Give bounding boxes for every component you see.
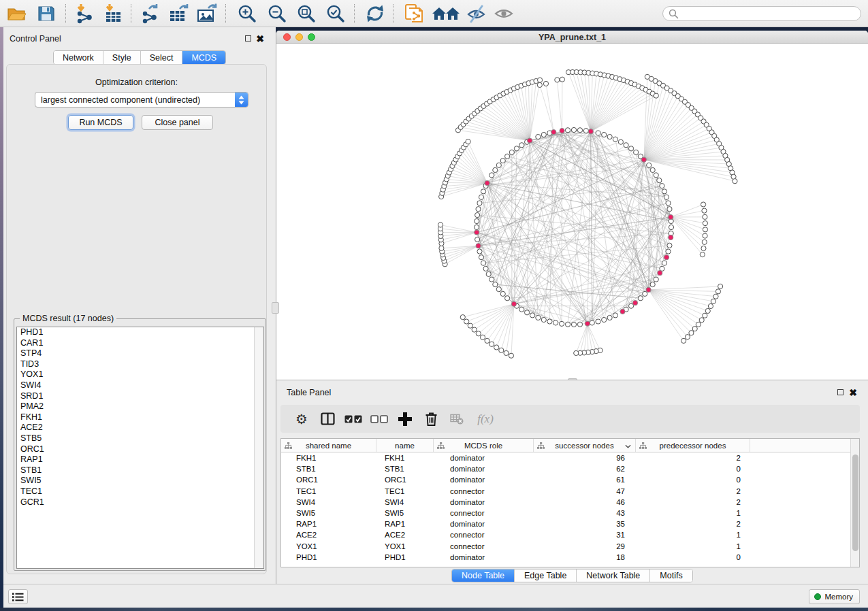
- list-item[interactable]: SRD1: [17, 391, 263, 402]
- graph-node[interactable]: [505, 296, 510, 301]
- create-column-button[interactable]: [392, 408, 418, 431]
- open-file-button[interactable]: [4, 3, 29, 24]
- graph-node[interactable]: [667, 243, 672, 248]
- graph-node[interactable]: [632, 301, 637, 306]
- graph-node[interactable]: [613, 313, 617, 318]
- close-panel-icon[interactable]: ✖: [849, 389, 857, 396]
- zoom-out-button[interactable]: [265, 3, 289, 24]
- table-scrollbar[interactable]: [850, 439, 859, 567]
- graph-node[interactable]: [479, 255, 483, 260]
- graph-node[interactable]: [703, 233, 707, 238]
- graph-node[interactable]: [541, 317, 546, 322]
- table-row[interactable]: SWI4SWI4dominator462: [281, 497, 851, 508]
- graph-node[interactable]: [560, 128, 564, 133]
- column-header-mcds-role[interactable]: MCDS role: [434, 439, 534, 452]
- table-row[interactable]: STB1STB1dominator620: [281, 463, 851, 474]
- network-window-titlebar[interactable]: YPA_prune.txt_1: [276, 31, 868, 44]
- run-mcds-button[interactable]: Run MCDS: [68, 115, 133, 130]
- list-item[interactable]: ACE2: [17, 423, 263, 433]
- graph-node[interactable]: [571, 127, 576, 132]
- tab-network[interactable]: Network: [54, 51, 103, 64]
- graph-node[interactable]: [702, 240, 707, 244]
- graph-node[interactable]: [511, 301, 516, 306]
- graph-node[interactable]: [466, 139, 470, 144]
- graph-node[interactable]: [504, 350, 509, 355]
- refresh-layout-button[interactable]: [363, 3, 387, 24]
- clone-network-button[interactable]: [402, 3, 426, 24]
- graph-node[interactable]: [476, 207, 481, 212]
- list-item[interactable]: STP4: [17, 348, 263, 359]
- scrollbar-thumb[interactable]: [852, 455, 858, 551]
- graph-node[interactable]: [537, 78, 542, 82]
- graph-node[interactable]: [577, 322, 582, 327]
- show-columns-button[interactable]: [315, 408, 340, 431]
- graph-node[interactable]: [547, 319, 552, 324]
- graph-node[interactable]: [464, 319, 469, 324]
- table-settings-button[interactable]: ⚙: [289, 408, 315, 431]
- search-input[interactable]: [679, 9, 861, 18]
- graph-node[interactable]: [481, 189, 485, 194]
- tab-select[interactable]: Select: [141, 51, 183, 64]
- list-item[interactable]: YOX1: [17, 369, 263, 380]
- graph-node[interactable]: [654, 173, 658, 178]
- zoom-selected-button[interactable]: [323, 3, 348, 24]
- graph-node[interactable]: [493, 167, 498, 172]
- tab-edge-table[interactable]: Edge Table: [515, 569, 577, 582]
- network-graph[interactable]: [276, 44, 868, 380]
- graph-node[interactable]: [647, 163, 652, 167]
- graph-node[interactable]: [669, 225, 673, 229]
- graph-node[interactable]: [669, 214, 673, 219]
- vertical-splitter-handle[interactable]: [272, 302, 279, 314]
- list-item[interactable]: TID3: [17, 359, 263, 370]
- graph-node[interactable]: [685, 335, 690, 340]
- graph-node[interactable]: [509, 150, 514, 154]
- graph-node[interactable]: [681, 338, 686, 343]
- graph-node[interactable]: [588, 129, 593, 134]
- export-table-button[interactable]: [166, 3, 191, 24]
- graph-node[interactable]: [701, 202, 705, 207]
- graph-node[interactable]: [500, 159, 505, 163]
- column-header-shared-name[interactable]: shared name: [281, 439, 376, 452]
- graph-node[interactable]: [718, 284, 723, 288]
- deselect-all-button[interactable]: [366, 408, 392, 431]
- zoom-fit-button[interactable]: [294, 3, 319, 24]
- graph-node[interactable]: [654, 93, 658, 98]
- table-row[interactable]: RAP1RAP1dominator352: [281, 518, 851, 529]
- table-row[interactable]: YOX1YOX1connector291: [281, 541, 851, 552]
- graph-node[interactable]: [733, 179, 737, 184]
- graph-node[interactable]: [650, 167, 655, 172]
- graph-node[interactable]: [460, 315, 465, 320]
- graph-node[interactable]: [489, 173, 494, 178]
- graph-node[interactable]: [699, 318, 704, 323]
- graph-node[interactable]: [560, 77, 564, 82]
- graph-node[interactable]: [696, 322, 701, 327]
- graph-node[interactable]: [669, 235, 673, 240]
- graph-node[interactable]: [666, 201, 671, 205]
- graph-node[interactable]: [664, 195, 669, 199]
- column-header-name[interactable]: name: [376, 439, 434, 452]
- graph-node[interactable]: [658, 271, 662, 276]
- mcds-result-list[interactable]: PHD1 CAR1 STP4 TID3 YOX1 SWI4 SRD1 PMA2 …: [16, 327, 264, 569]
- list-item[interactable]: RAP1: [17, 455, 263, 465]
- graph-node[interactable]: [634, 150, 639, 154]
- list-item[interactable]: GCR1: [17, 497, 263, 508]
- graph-node[interactable]: [485, 180, 489, 185]
- graph-node[interactable]: [496, 163, 501, 167]
- criterion-dropdown[interactable]: largest connected component (undirected): [35, 92, 248, 108]
- graph-node[interactable]: [525, 310, 530, 315]
- graph-node[interactable]: [551, 130, 556, 135]
- list-item[interactable]: TEC1: [17, 486, 263, 497]
- function-builder-button[interactable]: f(x): [470, 408, 501, 431]
- graph-node[interactable]: [660, 184, 664, 188]
- graph-node[interactable]: [479, 195, 483, 199]
- list-item[interactable]: STB1: [17, 465, 263, 476]
- graph-node[interactable]: [702, 208, 707, 213]
- graph-node[interactable]: [489, 342, 494, 346]
- graph-node[interactable]: [654, 277, 658, 282]
- graph-node[interactable]: [438, 222, 443, 227]
- graph-node[interactable]: [486, 271, 491, 276]
- list-item[interactable]: SWI4: [17, 380, 263, 391]
- graph-node[interactable]: [477, 201, 482, 205]
- graph-node[interactable]: [509, 353, 513, 358]
- graph-node[interactable]: [536, 134, 541, 139]
